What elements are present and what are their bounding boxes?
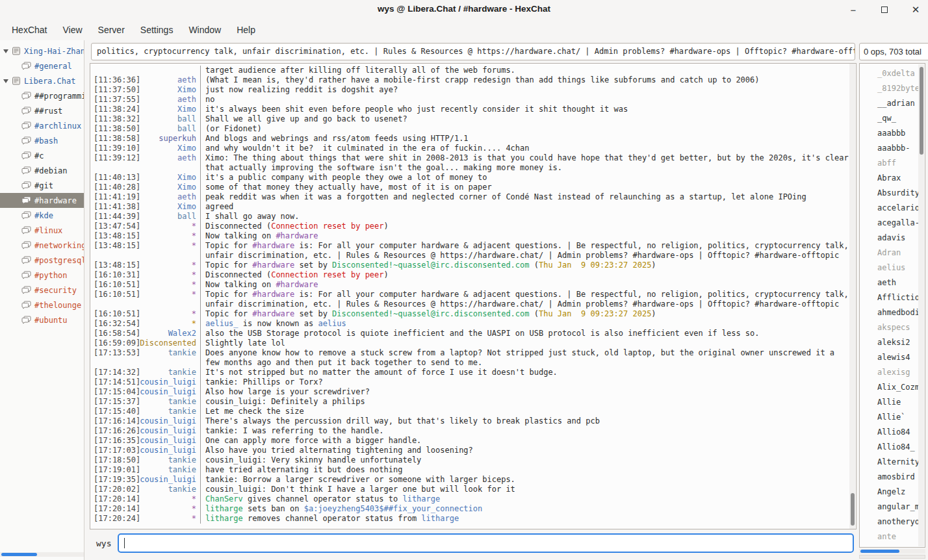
sidebar-item--ubuntu[interactable]: #ubuntu: [0, 312, 84, 327]
sidebar-item--networking[interactable]: #networking: [0, 238, 84, 253]
user-list-item[interactable]: amosbird: [860, 470, 919, 485]
menu-window[interactable]: Window: [182, 22, 227, 38]
chat-line: unfair discrimination, etc. | Rules & Re…: [90, 299, 849, 309]
chat-line: [16:59:09]DisconsentedSlightly late lol: [90, 338, 849, 348]
user-list-item[interactable]: Alix_Cozm: [860, 380, 919, 395]
user-list-item[interactable]: alewis4: [860, 350, 919, 365]
user-list-item[interactable]: accelario: [860, 201, 919, 216]
timestamp: [16:59:09]: [90, 338, 140, 348]
user-list-item[interactable]: angular_m: [860, 500, 919, 515]
user-list-item[interactable]: ante: [860, 529, 919, 544]
userlist-horizontal-scrollbar[interactable]: [859, 549, 925, 554]
sidebar-item--postgresql[interactable]: #postgresql: [0, 253, 84, 268]
message-text: litharge sets ban on $a:joeyzheng5403$##…: [200, 504, 849, 514]
title-bar[interactable]: wys @ Libera.Chat / #hardware - HexChat …: [0, 0, 928, 19]
user-list-item[interactable]: Allio84: [860, 425, 919, 440]
chat-line: [11:38:24]Ximoit's always been shit even…: [90, 105, 849, 114]
user-list-item[interactable]: Angelz: [860, 485, 919, 500]
userlist-hscroll-thumb[interactable]: [860, 550, 899, 553]
user-list-item[interactable]: Allio84_: [860, 440, 919, 455]
user-list-item[interactable]: _qw_: [860, 111, 919, 126]
menu-bar: HexChatViewServerSettingsWindowHelp: [0, 19, 928, 40]
user-list-item[interactable]: aleksi2: [860, 335, 919, 350]
chat-scrollbar-thumb[interactable]: [851, 493, 855, 526]
userlist-scrollbar[interactable]: [918, 64, 924, 546]
sidebar-item--debian[interactable]: #debian: [0, 163, 84, 178]
userlist-scrollbar-thumb[interactable]: [920, 67, 923, 155]
user-list-item[interactable]: Allie`: [860, 410, 919, 425]
menu-help[interactable]: Help: [230, 22, 262, 38]
sidebar-item--archlinux[interactable]: #archlinux: [0, 118, 84, 133]
sidebar-item--rust[interactable]: ##rust: [0, 103, 84, 118]
user-list-item[interactable]: aelius: [860, 261, 919, 275]
chat-line: unfair discrimination, etc. | Rules & Re…: [90, 251, 849, 261]
sidebar-item--general[interactable]: #general: [0, 58, 84, 73]
user-list-item[interactable]: _8192byte: [860, 81, 919, 96]
chat-line: [13:47:54]*Disconnected (Connection rese…: [90, 222, 849, 231]
tree-hscroll-thumb[interactable]: [1, 553, 37, 556]
user-list-item[interactable]: adavis: [860, 231, 919, 246]
sidebar-item--python[interactable]: #python: [0, 268, 84, 283]
channel-icon: [21, 316, 31, 324]
user-list-item[interactable]: Abrax: [860, 171, 919, 186]
menu-settings[interactable]: Settings: [134, 22, 180, 38]
sidebar-item--security[interactable]: #security: [0, 283, 84, 298]
sidebar-item-xing-hai-zhan[interactable]: Xing-Hai-Zhan: [0, 44, 84, 58]
close-icon[interactable]: ✕: [909, 3, 923, 17]
user-list-item[interactable]: anotheryo: [860, 515, 919, 529]
user-list-item[interactable]: ahmedbodi: [860, 305, 919, 320]
nick: tankie: [140, 485, 200, 494]
user-list-item[interactable]: _0xdelta: [860, 66, 919, 81]
message-text: and why wouldn't it be? it culminated in…: [200, 144, 849, 153]
chat-line: [17:16:26]cousin_luigitankie: I was refe…: [90, 426, 849, 436]
sidebar-item--git[interactable]: #git: [0, 178, 84, 193]
message-input[interactable]: [118, 533, 854, 553]
message-text: It's not stripped but no matter the amou…: [200, 368, 849, 377]
user-list-item[interactable]: Absurdity: [860, 186, 919, 201]
menu-server[interactable]: Server: [92, 22, 131, 38]
user-list-item[interactable]: abff: [860, 156, 919, 171]
sidebar-item--linux[interactable]: #linux: [0, 223, 84, 238]
nick: [140, 358, 200, 368]
user-list-item[interactable]: aeth: [860, 275, 919, 290]
expander-triangle-icon[interactable]: [3, 79, 8, 83]
user-list-item[interactable]: Allie: [860, 395, 919, 410]
sidebar-item--c[interactable]: #c: [0, 148, 84, 163]
sidebar-item-libera-chat[interactable]: Libera.Chat: [0, 73, 84, 88]
minimize-icon[interactable]: −: [846, 3, 860, 17]
user-list-item[interactable]: acegalla-: [860, 216, 919, 231]
topic-bar[interactable]: politics, cryptocurrency talk, unfair di…: [91, 43, 855, 60]
sidebar-item--thelounge[interactable]: #thelounge: [0, 298, 84, 312]
user-list-item[interactable]: aaabbb: [860, 126, 919, 141]
userlist-horizontal-scrollbar-2[interactable]: [859, 555, 925, 559]
message-text: There's always the percussion drill way,…: [200, 416, 849, 426]
chat-line: [13:48:15]*Topic for #hardware set by Di…: [90, 261, 849, 270]
nick: tankie: [140, 397, 200, 407]
sidebar-item--bash[interactable]: #bash: [0, 133, 84, 148]
user-list-item[interactable]: __adrian: [860, 96, 919, 111]
tree-horizontal-scrollbar[interactable]: [0, 552, 84, 557]
user-list-item[interactable]: alexisg: [860, 365, 919, 380]
sidebar-item--programming[interactable]: ##programming: [0, 88, 84, 103]
user-list-item[interactable]: Affliction: [860, 290, 919, 305]
sidebar-item--hardware[interactable]: #hardware: [0, 193, 84, 208]
user-list-item[interactable]: Adran: [860, 246, 919, 261]
menu-hexchat[interactable]: HexChat: [5, 22, 53, 38]
maximize-icon[interactable]: [877, 3, 892, 17]
timestamp: [17:19:01]: [90, 465, 140, 475]
expander-triangle-icon[interactable]: [3, 49, 8, 53]
nick: tankie: [140, 348, 200, 358]
nick: cousin_luigi: [140, 426, 200, 436]
maximize-box-glyph: [881, 6, 888, 13]
chat-scrollbar[interactable]: [849, 64, 855, 529]
menu-view[interactable]: View: [56, 22, 88, 38]
sidebar-item--kde[interactable]: #kde: [0, 208, 84, 223]
channel-tree-rows: Xing-Hai-Zhan#generalLibera.Chat##progra…: [0, 44, 84, 327]
user-list-item[interactable]: akspecs: [860, 320, 919, 335]
timestamp: [11:37:55]: [90, 95, 140, 105]
sidebar-item-label: #general: [34, 62, 72, 71]
nick: cousin_luigi: [140, 475, 200, 485]
user-list-item[interactable]: aaabbb-: [860, 141, 919, 156]
sidebar-item-label: #python: [34, 271, 68, 280]
user-list-item[interactable]: Alternity: [860, 455, 919, 470]
